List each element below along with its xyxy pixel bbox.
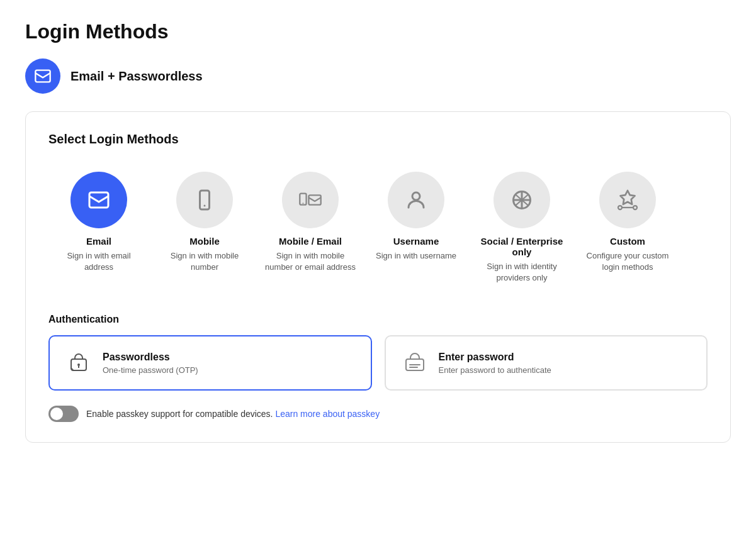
method-mobile-email-name: Mobile / Email — [279, 236, 342, 247]
svg-point-3 — [204, 205, 206, 207]
auth-password-name: Enter password — [439, 352, 551, 363]
page-title: Login Methods — [25, 20, 731, 43]
method-mobile-name: Mobile — [189, 236, 220, 247]
svg-rect-6 — [308, 195, 320, 204]
method-social-icon-circle — [494, 172, 550, 228]
method-mobile-email[interactable]: Mobile / Email Sign in with mobile numbe… — [260, 167, 361, 289]
passkey-row: Enable passkey support for compatible de… — [48, 406, 708, 422]
section-header: Email + Passwordless — [25, 58, 731, 94]
toggle-knob — [50, 408, 63, 420]
method-mobile-email-icon-circle — [282, 172, 339, 228]
method-mobile-email-desc: Sign in with mobile number or email addr… — [265, 250, 356, 273]
method-email[interactable]: Email Sign in with email address — [48, 167, 149, 289]
method-email-icon-circle — [71, 172, 127, 228]
method-mobile-icon-circle — [176, 172, 233, 228]
auth-passwordless-text: Passwordless One-time password (OTP) — [103, 352, 198, 375]
method-email-name: Email — [86, 236, 111, 247]
method-custom-desc: Configure your custom login methods — [582, 250, 673, 273]
method-social[interactable]: Social / Enterprise only Sign in with id… — [471, 167, 572, 289]
method-username[interactable]: Username Sign in with username — [366, 167, 466, 289]
method-custom-icon-circle — [599, 172, 656, 228]
svg-point-14 — [633, 206, 637, 209]
svg-rect-1 — [89, 192, 108, 208]
passkey-learn-more-link[interactable]: Learn more about passkey — [275, 409, 380, 419]
passkey-toggle[interactable] — [48, 406, 79, 422]
login-methods-grid: Email Sign in with email address Mobile … — [48, 167, 708, 289]
method-custom[interactable]: Custom Configure your custom login metho… — [577, 167, 678, 289]
auth-passwordless-name: Passwordless — [103, 352, 198, 363]
method-username-name: Username — [393, 236, 439, 247]
auth-option-passwordless[interactable]: Passwordless One-time password (OTP) — [48, 335, 372, 391]
method-mobile[interactable]: Mobile Sign in with mobile number — [154, 167, 255, 289]
header-email-icon — [25, 58, 60, 94]
card-title: Select Login Methods — [48, 132, 708, 147]
auth-passwordless-desc: One-time password (OTP) — [103, 365, 198, 375]
method-social-name: Social / Enterprise only — [477, 236, 567, 257]
svg-point-17 — [77, 364, 80, 366]
section-label: Email + Passwordless — [71, 69, 203, 84]
passwordless-icon — [65, 349, 93, 377]
auth-section-title: Authentication — [48, 314, 708, 325]
svg-rect-0 — [35, 70, 50, 82]
svg-point-13 — [618, 206, 622, 209]
auth-option-password[interactable]: Enter password Enter password to authent… — [385, 335, 708, 391]
svg-point-5 — [303, 203, 304, 204]
auth-options: Passwordless One-time password (OTP) Ent… — [48, 335, 708, 391]
method-email-desc: Sign in with email address — [54, 250, 144, 273]
passkey-text: Enable passkey support for compatible de… — [86, 409, 380, 419]
password-icon — [401, 349, 429, 377]
method-username-desc: Sign in with username — [376, 250, 456, 262]
auth-password-text: Enter password Enter password to authent… — [439, 352, 551, 375]
svg-point-7 — [412, 192, 420, 200]
method-mobile-desc: Sign in with mobile number — [159, 250, 250, 273]
auth-password-desc: Enter password to authenticate — [439, 365, 551, 375]
method-social-desc: Sign in with identity providers only — [477, 261, 567, 284]
main-card: Select Login Methods Email Sign in with … — [25, 111, 731, 443]
method-custom-name: Custom — [610, 236, 645, 247]
method-username-icon-circle — [388, 172, 444, 228]
